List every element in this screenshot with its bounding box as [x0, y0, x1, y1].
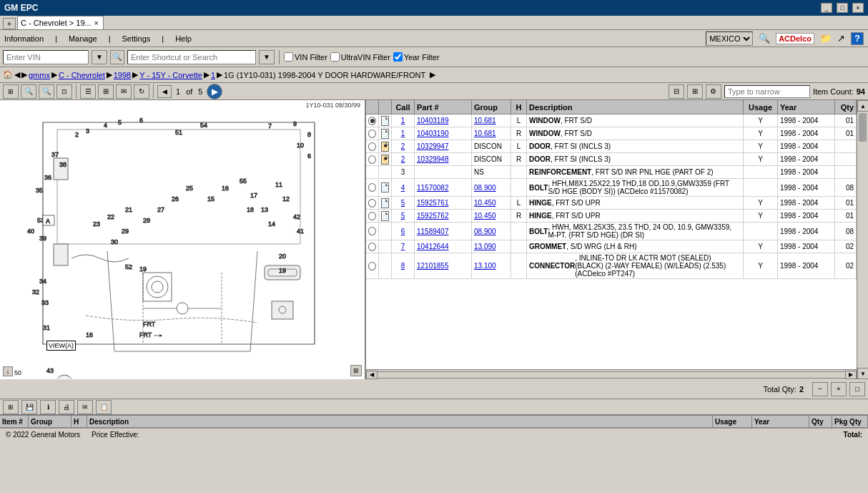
- row-part-7[interactable]: 15925761: [415, 197, 472, 209]
- back-icon[interactable]: ◀: [14, 70, 20, 79]
- row-part-6[interactable]: 11570082: [415, 179, 472, 196]
- save-bottom-button[interactable]: 💾: [21, 400, 37, 414]
- minimize-button[interactable]: _: [821, 3, 832, 13]
- tab-close-icon[interactable]: ×: [94, 19, 99, 27]
- info-button[interactable]: ℹ: [40, 400, 56, 414]
- columns-button[interactable]: ⊞: [687, 84, 703, 99]
- row-part-10[interactable]: 10412644: [415, 240, 472, 253]
- horizontal-scrollbar[interactable]: ◀ ▶: [366, 369, 857, 379]
- history-button[interactable]: 📋: [96, 400, 112, 414]
- row-doc-1[interactable]: 📄: [379, 114, 392, 127]
- year-filter-label[interactable]: Year Filter: [393, 52, 440, 62]
- breadcrumb-1998[interactable]: 1998: [114, 71, 131, 79]
- row-doc-2[interactable]: 📄: [379, 127, 392, 140]
- row-doc-8[interactable]: 📄: [379, 210, 392, 222]
- grid-view-button[interactable]: ⊞: [98, 84, 114, 99]
- refresh-button[interactable]: ↻: [134, 84, 149, 99]
- scroll-right-button[interactable]: ▶: [845, 371, 857, 379]
- zoom-fit-button[interactable]: ⊞: [3, 84, 19, 99]
- row-icon-4[interactable]: ⚑: [379, 153, 392, 165]
- row-part-3[interactable]: 10329947: [415, 140, 472, 152]
- scrollbar-thumb[interactable]: [859, 113, 867, 142]
- print-button[interactable]: 🖨: [59, 400, 74, 414]
- parts-diagram[interactable]: 53 40 39 2 3 4 5 6 51 54 7 9 8 10 6 37 3: [0, 100, 365, 379]
- search-icon[interactable]: 🔍: [759, 33, 770, 44]
- new-tab-button[interactable]: +: [3, 18, 16, 29]
- mail-bottom-button[interactable]: ✉: [77, 400, 93, 414]
- row-part-11[interactable]: 12101855: [415, 253, 472, 278]
- home-icon[interactable]: 🏠: [3, 70, 13, 79]
- row-radio-3[interactable]: [366, 140, 379, 152]
- row-radio-8[interactable]: [366, 210, 379, 222]
- row-doc-6[interactable]: 📄: [379, 179, 392, 196]
- breadcrumb-corvette[interactable]: Y - 15Y - Corvette: [139, 71, 202, 79]
- zoom-in-button[interactable]: 🔍: [21, 84, 36, 99]
- breadcrumb-1[interactable]: 1: [211, 71, 215, 79]
- vin-input[interactable]: [3, 50, 89, 64]
- scroll-left-button[interactable]: ◀: [366, 371, 378, 379]
- row-part-1[interactable]: 10403189: [415, 114, 472, 127]
- arrow-icon[interactable]: ↗: [837, 33, 845, 44]
- collapse-button[interactable]: □: [849, 382, 865, 396]
- scrollbar-track-v[interactable]: [857, 112, 868, 368]
- vertical-scrollbar[interactable]: ▲ ▼: [857, 100, 868, 379]
- row-call-6[interactable]: 4: [392, 179, 415, 196]
- row-part-2[interactable]: 10403190: [415, 127, 472, 140]
- prev-page-button[interactable]: ◀: [157, 85, 172, 98]
- vin-filter-checkbox[interactable]: [284, 52, 293, 62]
- next-page-button[interactable]: ▶: [207, 84, 222, 99]
- row-radio-9[interactable]: [366, 223, 379, 240]
- list-view-button[interactable]: ☰: [80, 84, 96, 99]
- window-controls[interactable]: _ □ ×: [821, 3, 864, 13]
- menu-settings[interactable]: Settings: [122, 34, 151, 43]
- menu-information[interactable]: Information: [4, 34, 44, 43]
- maximize-button[interactable]: □: [837, 3, 848, 13]
- close-button[interactable]: ×: [852, 3, 864, 13]
- row-part-8[interactable]: 15925762: [415, 210, 472, 222]
- row-doc-7[interactable]: 📄: [379, 197, 392, 209]
- narrow-input[interactable]: [724, 85, 810, 98]
- row-group-8[interactable]: 10.450: [472, 210, 511, 222]
- help-icon[interactable]: ?: [851, 32, 864, 45]
- row-radio-4[interactable]: [366, 153, 379, 165]
- scroll-down-button[interactable]: ▼: [857, 368, 868, 379]
- menu-manage[interactable]: Manage: [69, 34, 97, 43]
- row-part-4[interactable]: 10329948: [415, 153, 472, 165]
- zoom-out-button[interactable]: 🔍: [39, 84, 54, 99]
- scrollbar-track-h[interactable]: [378, 371, 845, 379]
- row-call-10[interactable]: 7: [392, 240, 415, 253]
- vin-search-button[interactable]: 🔍: [110, 50, 124, 64]
- row-radio-2[interactable]: [366, 127, 379, 140]
- row-group-7[interactable]: 10.450: [472, 197, 511, 209]
- shortcut-search-input[interactable]: [127, 50, 256, 64]
- menu-help[interactable]: Help: [175, 34, 192, 43]
- ultravin-filter-checkbox[interactable]: [330, 52, 340, 62]
- row-group-10[interactable]: 13.090: [472, 240, 511, 253]
- row-group-2[interactable]: 10.681: [472, 127, 511, 140]
- breadcrumb-chevrolet[interactable]: C - Chevrolet: [59, 71, 105, 79]
- tab-chevrolet[interactable]: C - Chevrolet > 19... ×: [17, 16, 104, 29]
- row-group-9[interactable]: 08.900: [472, 223, 511, 240]
- row-call-11[interactable]: 8: [392, 253, 415, 278]
- vin-dropdown-button[interactable]: ▼: [92, 50, 107, 64]
- row-radio-1[interactable]: [366, 114, 379, 127]
- row-call-9[interactable]: 6: [392, 223, 415, 240]
- row-radio-10[interactable]: [366, 240, 379, 253]
- row-radio-11[interactable]: [366, 253, 379, 278]
- scroll-up-button[interactable]: ▲: [857, 100, 868, 112]
- row-group-11[interactable]: 13.100: [472, 253, 511, 278]
- breadcrumb-gmmx[interactable]: gmmx: [29, 71, 50, 79]
- row-radio-7[interactable]: [366, 197, 379, 209]
- row-part-9[interactable]: 11589407: [415, 223, 472, 240]
- fit-button[interactable]: ⊡: [56, 84, 72, 99]
- plus-button[interactable]: +: [831, 382, 847, 396]
- row-call-4[interactable]: 2: [392, 153, 415, 165]
- diagram-expand-button[interactable]: ⊞: [350, 365, 362, 376]
- row-radio-6[interactable]: [366, 179, 379, 196]
- row-group-1[interactable]: 10.681: [472, 114, 511, 127]
- year-filter-checkbox[interactable]: [393, 52, 403, 62]
- region-select[interactable]: MEXICO: [706, 31, 753, 46]
- mail-button[interactable]: ✉: [116, 84, 132, 99]
- row-call-7[interactable]: 5: [392, 197, 415, 209]
- row-call-2[interactable]: 1: [392, 127, 415, 140]
